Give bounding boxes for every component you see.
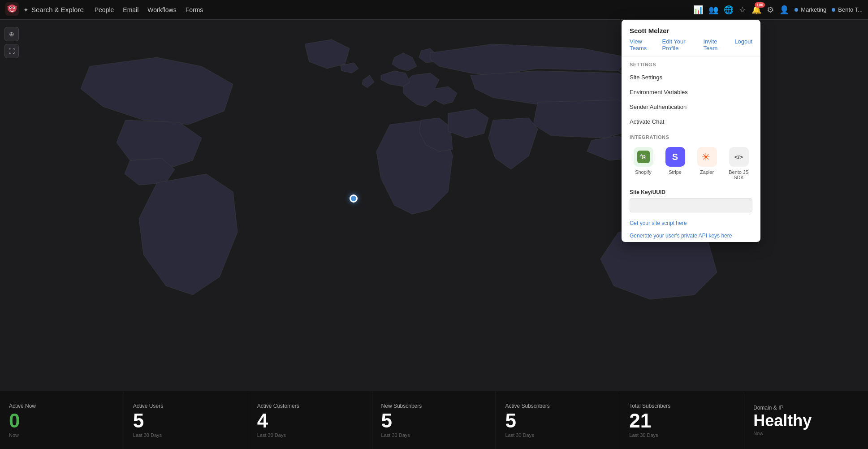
svg-point-4	[10, 7, 11, 8]
stripe-integration[interactable]: S Stripe	[661, 147, 689, 180]
chart-icon[interactable]: 📊	[693, 5, 703, 15]
search-explore-label: Search & Explore	[31, 6, 84, 13]
stat-total-subscribers-value: 21	[629, 411, 651, 431]
settings-dropdown: Scott Melzer View Teams Edit Your Profil…	[622, 20, 760, 242]
marketing-label: Marketing	[801, 6, 826, 13]
marketing-user[interactable]: Marketing	[795, 6, 826, 13]
bento-user[interactable]: Bento T...	[832, 6, 863, 13]
people-icon[interactable]: 👥	[708, 5, 718, 15]
bento-js-label: Bento JS SDK	[725, 169, 752, 180]
stat-active-users-label: Active Users	[133, 403, 163, 409]
stat-active-now-value: 0	[9, 411, 20, 431]
nav-email[interactable]: Email	[123, 6, 138, 13]
stripe-label: Stripe	[669, 169, 682, 175]
stat-active-now-label: Active Now	[9, 403, 36, 409]
site-key-label: Site Key/UUID	[630, 189, 752, 195]
sender-auth-item[interactable]: Sender Authentication	[622, 99, 760, 114]
zapier-integration[interactable]: ✳ Zapier	[693, 147, 721, 180]
stat-active-now-sublabel: Now	[9, 432, 19, 438]
edit-profile-link[interactable]: Edit Your Profile	[662, 38, 697, 52]
stat-active-subscribers-sublabel: Last 30 Days	[505, 432, 534, 438]
stat-total-subscribers-label: Total Subscribers	[629, 403, 670, 409]
shopify-icon: 🛍	[634, 147, 653, 167]
notification-icon[interactable]: 🔔 100	[751, 5, 761, 15]
stripe-icon: S	[665, 147, 685, 167]
expand-button[interactable]: ⛶	[4, 44, 19, 58]
crosshair-button[interactable]: ⊕	[4, 27, 19, 41]
bento-js-icon: </>	[729, 147, 749, 167]
site-script-link[interactable]: Get your site script here	[622, 217, 760, 229]
stat-new-subscribers-sublabel: Last 30 Days	[381, 432, 410, 438]
stat-total-subscribers: Total Subscribers 21 Last 30 Days	[620, 391, 744, 449]
stat-new-subscribers-label: New Subscribers	[381, 403, 422, 409]
red-arrow-svg	[757, 196, 760, 214]
site-key-input-wrap: ←	[630, 198, 752, 212]
svg-text:🛍: 🛍	[639, 153, 647, 160]
settings-section-title: SETTINGS	[622, 56, 760, 70]
person-icon[interactable]: 👤	[779, 5, 789, 15]
navbar: ✦ Search & Explore People Email Workflow…	[0, 0, 868, 20]
expand-icon: ⛶	[9, 47, 15, 55]
stat-new-subscribers: New Subscribers 5 Last 30 Days	[372, 391, 497, 449]
user-dot2	[832, 8, 835, 12]
site-key-section: Site Key/UUID ←	[622, 186, 760, 217]
settings-icon[interactable]: ⚙	[767, 5, 774, 15]
map-location-dot	[350, 194, 358, 203]
search-explore-button[interactable]: ✦ Search & Explore	[23, 6, 84, 13]
globe-icon[interactable]: 🌐	[724, 5, 734, 15]
shopify-integration[interactable]: 🛍 Shopify	[630, 147, 657, 180]
left-toolbar: ⊕ ⛶	[4, 27, 19, 58]
api-keys-link[interactable]: Generate your user's private API keys he…	[622, 229, 760, 242]
notification-badge: 100	[755, 2, 765, 8]
svg-point-7	[15, 6, 17, 8]
stat-domain-ip: Domain & IP Healthy Now	[744, 391, 868, 449]
stat-domain-ip-sublabel: Now	[753, 431, 763, 436]
stat-domain-ip-value: Healthy	[753, 413, 812, 429]
svg-point-6	[8, 6, 10, 8]
integrations-grid: 🛍 Shopify S Stripe ✳ Zapier </	[622, 142, 760, 186]
activate-chat-item[interactable]: Activate Chat	[622, 114, 760, 129]
stat-domain-ip-label: Domain & IP	[753, 405, 783, 411]
integrations-section-title: INTEGRATIONS	[622, 129, 760, 142]
bento-js-integration[interactable]: </> Bento JS SDK	[725, 147, 752, 180]
crosshair-icon: ⊕	[9, 30, 14, 38]
bento-label: Bento T...	[838, 6, 863, 13]
site-settings-item[interactable]: Site Settings	[622, 70, 760, 85]
stat-active-users-value: 5	[133, 411, 144, 431]
stat-active-users-sublabel: Last 30 Days	[133, 432, 162, 438]
logo[interactable]	[5, 2, 19, 17]
svg-text:✳: ✳	[702, 151, 710, 163]
star-icon[interactable]: ☆	[739, 5, 746, 15]
stat-active-customers-label: Active Customers	[257, 403, 299, 409]
stat-active-customers-sublabel: Last 30 Days	[257, 432, 286, 438]
stats-bar: Active Now 0 Now Active Users 5 Last 30 …	[0, 391, 868, 449]
user-status-dot	[795, 8, 798, 12]
zapier-label: Zapier	[700, 169, 714, 175]
dropdown-header: Scott Melzer View Teams Edit Your Profil…	[622, 20, 760, 56]
stat-active-subscribers: Active Subscribers 5 Last 30 Days	[496, 391, 620, 449]
stat-active-subscribers-value: 5	[505, 411, 516, 431]
stat-total-subscribers-sublabel: Last 30 Days	[629, 432, 658, 438]
nav-workflows[interactable]: Workflows	[147, 6, 176, 13]
stat-active-subscribers-label: Active Subscribers	[505, 403, 549, 409]
main-nav: People Email Workflows Forms	[95, 6, 203, 13]
stat-new-subscribers-value: 5	[381, 411, 392, 431]
sparkle-icon: ✦	[23, 6, 29, 13]
svg-point-5	[13, 7, 14, 8]
zapier-icon: ✳	[697, 147, 717, 167]
nav-forms[interactable]: Forms	[186, 6, 203, 13]
stat-active-users: Active Users 5 Last 30 Days	[124, 391, 248, 449]
dropdown-links: View Teams Edit Your Profile Invite Team…	[630, 38, 752, 52]
stat-active-customers: Active Customers 4 Last 30 Days	[248, 391, 372, 449]
nav-people[interactable]: People	[95, 6, 114, 13]
logout-link[interactable]: Logout	[734, 38, 752, 52]
shopify-label: Shopify	[635, 169, 652, 175]
stat-active-customers-value: 4	[257, 411, 268, 431]
env-vars-item[interactable]: Environment Variables	[622, 85, 760, 99]
invite-team-link[interactable]: Invite Team	[703, 38, 728, 52]
site-key-input[interactable]	[630, 198, 752, 212]
dropdown-username: Scott Melzer	[630, 27, 752, 35]
view-teams-link[interactable]: View Teams	[630, 38, 656, 52]
navbar-right: 📊 👥 🌐 ☆ 🔔 100 ⚙ 👤 Marketing Bento T...	[693, 5, 863, 15]
stat-active-now: Active Now 0 Now	[0, 391, 124, 449]
